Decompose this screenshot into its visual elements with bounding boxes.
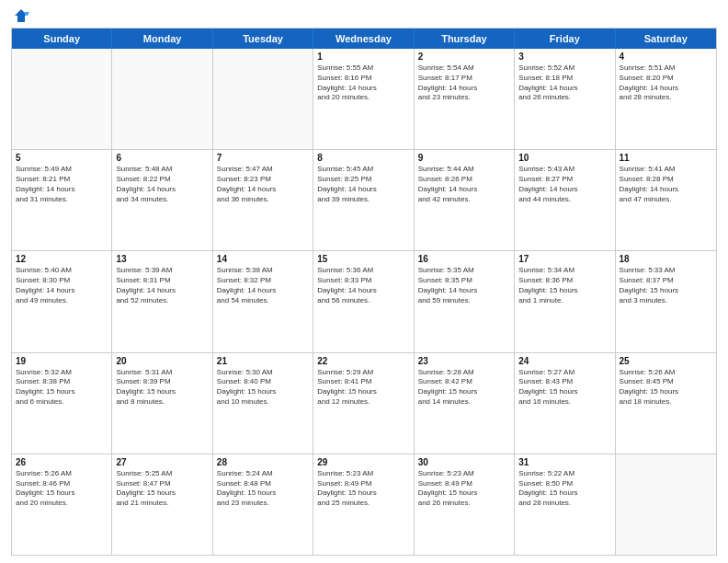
header-day-thursday: Thursday <box>415 29 515 49</box>
cell-line: Sunrise: 5:55 AM <box>317 63 409 74</box>
calendar-cell: 9Sunrise: 5:44 AMSunset: 8:26 PMDaylight… <box>415 150 515 250</box>
calendar-cell: 25Sunrise: 5:26 AMSunset: 8:45 PMDayligh… <box>616 353 716 454</box>
cell-line: Sunset: 8:35 PM <box>418 276 510 286</box>
day-number: 9 <box>418 153 510 163</box>
cell-line: and 20 minutes. <box>317 93 409 103</box>
day-number: 21 <box>217 356 309 366</box>
cell-line: and 26 minutes. <box>418 499 510 509</box>
calendar-cell: 17Sunrise: 5:34 AMSunset: 8:36 PMDayligh… <box>515 251 615 351</box>
calendar-cell: 2Sunrise: 5:54 AMSunset: 8:17 PMDaylight… <box>415 49 515 149</box>
day-number: 18 <box>620 254 712 264</box>
day-number: 2 <box>418 52 510 62</box>
calendar-body: 1Sunrise: 5:55 AMSunset: 8:16 PMDaylight… <box>12 49 716 555</box>
day-number: 1 <box>317 52 409 62</box>
calendar-week-5: 26Sunrise: 5:26 AMSunset: 8:46 PMDayligh… <box>12 454 716 555</box>
calendar-cell: 8Sunrise: 5:45 AMSunset: 8:25 PMDaylight… <box>313 150 414 250</box>
cell-line: Sunset: 8:23 PM <box>217 175 309 185</box>
cell-line: Sunrise: 5:24 AM <box>217 469 309 479</box>
day-number: 26 <box>16 457 108 467</box>
cell-line: and 23 minutes. <box>418 93 510 103</box>
cell-line: Daylight: 15 hours <box>217 387 309 397</box>
cell-line: Daylight: 14 hours <box>116 286 208 296</box>
cell-line: and 18 minutes. <box>620 397 712 408</box>
cell-line: Sunset: 8:16 PM <box>317 74 409 84</box>
svg-marker-1 <box>25 12 29 16</box>
cell-line: and 23 minutes. <box>217 499 309 509</box>
calendar-cell: 27Sunrise: 5:25 AMSunset: 8:47 PMDayligh… <box>112 454 212 555</box>
day-number: 28 <box>217 457 309 467</box>
cell-line: and 54 minutes. <box>217 296 309 306</box>
day-number: 23 <box>418 356 510 366</box>
header <box>11 9 717 22</box>
cell-line: Sunrise: 5:34 AM <box>518 266 610 276</box>
day-number: 6 <box>116 153 208 163</box>
calendar-week-2: 5Sunrise: 5:49 AMSunset: 8:21 PMDaylight… <box>12 150 716 251</box>
cell-line: and 39 minutes. <box>317 195 409 205</box>
calendar-cell: 26Sunrise: 5:26 AMSunset: 8:46 PMDayligh… <box>12 454 112 555</box>
cell-line: Daylight: 15 hours <box>620 387 712 397</box>
calendar-cell: 4Sunrise: 5:51 AMSunset: 8:20 PMDaylight… <box>616 49 716 149</box>
day-number: 25 <box>620 356 712 366</box>
header-day-sunday: Sunday <box>12 29 112 49</box>
header-day-monday: Monday <box>112 29 212 49</box>
logo-icon <box>13 7 29 24</box>
cell-line: Sunrise: 5:25 AM <box>116 469 208 479</box>
day-number: 19 <box>16 356 108 366</box>
cell-line: and 21 minutes. <box>116 499 208 509</box>
cell-line: Daylight: 14 hours <box>16 185 108 195</box>
cell-line: Sunset: 8:37 PM <box>620 276 712 286</box>
calendar-cell: 22Sunrise: 5:29 AMSunset: 8:41 PMDayligh… <box>313 353 414 454</box>
calendar: SundayMondayTuesdayWednesdayThursdayFrid… <box>11 28 717 556</box>
day-number: 12 <box>16 254 108 264</box>
cell-line: Daylight: 15 hours <box>317 387 409 397</box>
calendar-cell <box>12 49 112 149</box>
calendar-cell: 14Sunrise: 5:38 AMSunset: 8:32 PMDayligh… <box>213 251 313 351</box>
day-number: 20 <box>116 356 208 366</box>
cell-line: Sunrise: 5:22 AM <box>518 469 610 479</box>
cell-line: Sunset: 8:21 PM <box>16 175 108 185</box>
cell-line: Daylight: 14 hours <box>317 185 409 195</box>
cell-line: Sunset: 8:30 PM <box>16 276 108 286</box>
cell-line: Sunset: 8:41 PM <box>317 377 409 387</box>
cell-line: Sunrise: 5:23 AM <box>317 469 409 479</box>
cell-line: Daylight: 15 hours <box>418 387 510 397</box>
calendar-cell: 6Sunrise: 5:48 AMSunset: 8:22 PMDaylight… <box>112 150 212 250</box>
cell-line: Daylight: 15 hours <box>518 286 610 296</box>
cell-line: Daylight: 14 hours <box>620 84 712 94</box>
calendar-cell: 20Sunrise: 5:31 AMSunset: 8:39 PMDayligh… <box>112 353 212 454</box>
day-number: 14 <box>217 254 309 264</box>
day-number: 29 <box>317 457 409 467</box>
cell-line: Sunrise: 5:45 AM <box>317 165 409 175</box>
cell-line: and 49 minutes. <box>16 296 108 306</box>
cell-line: Sunrise: 5:30 AM <box>217 368 309 378</box>
cell-line: Sunrise: 5:44 AM <box>418 165 510 175</box>
cell-line: and 25 minutes. <box>317 499 409 509</box>
cell-line: and 28 minutes. <box>518 499 610 509</box>
cell-line: Daylight: 15 hours <box>518 488 610 499</box>
cell-line: Sunrise: 5:35 AM <box>418 266 510 276</box>
cell-line: Sunset: 8:33 PM <box>317 276 409 286</box>
calendar-cell: 15Sunrise: 5:36 AMSunset: 8:33 PMDayligh… <box>313 251 414 351</box>
cell-line: Sunset: 8:31 PM <box>116 276 208 286</box>
calendar-cell: 18Sunrise: 5:33 AMSunset: 8:37 PMDayligh… <box>616 251 716 351</box>
cell-line: Daylight: 14 hours <box>116 185 208 195</box>
day-number: 24 <box>518 356 610 366</box>
cell-line: Daylight: 14 hours <box>518 185 610 195</box>
day-number: 27 <box>116 457 208 467</box>
page: SundayMondayTuesdayWednesdayThursdayFrid… <box>0 0 728 563</box>
calendar-cell: 13Sunrise: 5:39 AMSunset: 8:31 PMDayligh… <box>112 251 212 351</box>
cell-line: Sunrise: 5:49 AM <box>16 165 108 175</box>
calendar-cell: 30Sunrise: 5:23 AMSunset: 8:49 PMDayligh… <box>415 454 515 555</box>
cell-line: Daylight: 14 hours <box>418 286 510 296</box>
calendar-cell: 29Sunrise: 5:23 AMSunset: 8:49 PMDayligh… <box>313 454 414 555</box>
cell-line: Sunset: 8:40 PM <box>217 377 309 387</box>
cell-line: and 12 minutes. <box>317 397 409 408</box>
cell-line: and 56 minutes. <box>317 296 409 306</box>
day-number: 11 <box>620 153 712 163</box>
cell-line: and 3 minutes. <box>620 296 712 306</box>
cell-line: Sunrise: 5:36 AM <box>317 266 409 276</box>
cell-line: Sunset: 8:48 PM <box>217 479 309 489</box>
cell-line: Sunrise: 5:52 AM <box>518 63 610 74</box>
cell-line: Sunrise: 5:38 AM <box>217 266 309 276</box>
cell-line: Sunrise: 5:26 AM <box>16 469 108 479</box>
